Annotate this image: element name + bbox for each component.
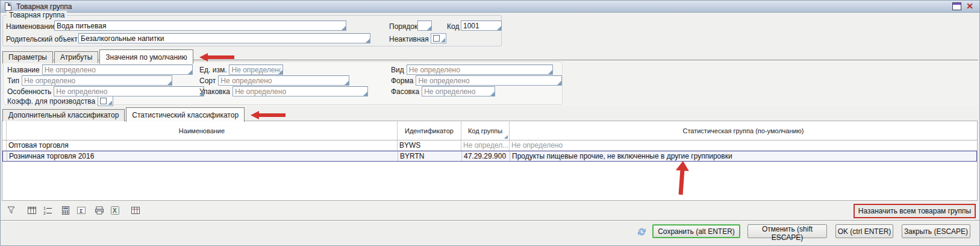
default-field-kind-cell: Вид — [391, 65, 553, 75]
order-label: Порядок — [389, 22, 417, 31]
default-form-field[interactable] — [416, 75, 562, 86]
default-field-sort-cell: Сорт — [199, 75, 349, 86]
filter-icon[interactable] — [5, 204, 17, 216]
coeff-field[interactable] — [98, 96, 113, 106]
ok-button[interactable]: OK (ctrl ENTER) — [835, 224, 893, 238]
classifier-tabstrip: Дополнительный классификатор Статистичес… — [2, 107, 286, 121]
default-type-field[interactable] — [22, 75, 172, 86]
col-header-name[interactable]: Наименование — [7, 121, 398, 140]
cell-name: Розничная торговля 2016 — [7, 151, 398, 161]
default-feature-label: Особенность — [7, 87, 51, 96]
fieldset-legend: Товарная группа — [7, 11, 67, 19]
cancel-button[interactable]: Отменить (shift ESCAPE) — [747, 224, 827, 238]
default-unit-field[interactable] — [229, 65, 283, 75]
col-header-group-code[interactable]: Код группы — [461, 121, 510, 140]
tab-statistical-classifier[interactable]: Статистический классификатор — [126, 107, 245, 122]
corner-ear-icon — [108, 101, 112, 105]
default-kind-field[interactable] — [407, 65, 553, 75]
default-form-label: Форма — [391, 77, 413, 85]
tab-parameters[interactable]: Параметры — [2, 51, 53, 63]
window-title: Товарная группа — [16, 2, 72, 11]
name-field[interactable] — [54, 20, 346, 31]
col-header-identifier[interactable]: Идентификатор — [398, 121, 461, 140]
main-tabstrip: Параметры Атрибуты Значения по умолчанию — [2, 49, 234, 63]
table-toolbar: 12 Σ X Назаначить всем товарам группы — [2, 201, 978, 219]
sum-icon[interactable]: Σ — [75, 204, 87, 216]
svg-text:1: 1 — [43, 206, 46, 210]
titlebar: Товарная группа ✕ — [1, 1, 979, 13]
default-field-form-cell: Форма — [391, 75, 562, 86]
cell-group-code: 47.29.29.900 — [462, 151, 510, 161]
excel-export-icon[interactable]: X — [109, 204, 121, 216]
maximize-icon[interactable] — [952, 2, 961, 10]
default-field-feature-cell: Особенность — [7, 86, 204, 96]
svg-text:Σ: Σ — [80, 208, 83, 214]
annotation-arrow-tab2-icon — [251, 111, 286, 119]
corner-ear-icon — [441, 38, 445, 42]
default-type-label: Тип — [7, 77, 19, 85]
code-label: Код — [447, 22, 459, 31]
table-row-selected[interactable]: Розничная торговля 2016 BYRTN 47.29.29.9… — [2, 151, 977, 162]
document-icon — [5, 2, 11, 11]
toolbar-icons: 12 Σ X — [5, 204, 142, 216]
default-sort-label: Сорт — [199, 77, 216, 85]
parent-field[interactable] — [78, 33, 370, 43]
default-field-type-cell: Тип — [7, 75, 172, 86]
annotation-arrow-tab1-icon — [199, 53, 234, 62]
sort-corner-icon — [504, 135, 508, 139]
columns-icon[interactable] — [26, 204, 38, 216]
cell-stat-group: Не определено — [510, 140, 977, 150]
row-gutter — [3, 151, 7, 161]
default-packing-field[interactable] — [422, 86, 495, 96]
checkbox-box-icon — [433, 35, 440, 42]
col-header-stat-group[interactable]: Статистическая группа (по-умолчанию) — [510, 121, 977, 140]
cell-stat-group: Продукты пищевые прочие, не включенные в… — [510, 151, 976, 161]
footer-bar: Сохранить (alt ENTER) Отменить (shift ES… — [1, 220, 979, 246]
close-button[interactable]: Закрыть (ESCAPE) — [902, 224, 970, 238]
svg-text:2: 2 — [43, 211, 46, 215]
default-values-page: Название Ед. изм. Вид Тип Сорт Форма — [2, 60, 978, 107]
table-header-row: Наименование Идентификатор Код группы Ст… — [2, 121, 977, 140]
tab-default-values[interactable]: Значения по умолчанию — [99, 49, 193, 64]
tab-additional-classifier[interactable]: Дополнительный классификатор — [2, 109, 125, 121]
cell-identifier: BYRTN — [398, 151, 462, 161]
default-field-unit-cell: Ед. изм. — [199, 65, 283, 75]
default-name-field[interactable] — [42, 65, 193, 75]
annotation-arrow-row-icon — [673, 160, 690, 195]
inactive-label: Неактивная — [389, 35, 429, 43]
default-unit-label: Ед. изм. — [199, 66, 226, 74]
cell-group-code: Не определ... — [461, 140, 510, 150]
grid-settings-icon[interactable] — [130, 204, 142, 216]
default-feature-field[interactable] — [54, 86, 204, 96]
inactive-checkbox[interactable] — [431, 33, 446, 43]
refresh-icon — [637, 227, 646, 236]
row-gutter — [2, 140, 7, 150]
parent-field-wrap — [78, 33, 370, 43]
default-name-label: Название — [7, 66, 40, 74]
classifier-table: Наименование Идентификатор Код группы Ст… — [2, 121, 978, 201]
close-icon[interactable]: ✕ — [966, 2, 973, 10]
print-icon[interactable] — [93, 204, 105, 216]
coeff-cell: Коэфф. для производства — [7, 96, 113, 106]
default-packaging-field[interactable] — [233, 86, 368, 96]
cell-name: Оптовая торговля — [7, 140, 398, 150]
default-field-packing-cell: Фасовка — [391, 86, 495, 96]
code-field[interactable] — [461, 20, 502, 31]
svg-text:X: X — [113, 207, 117, 214]
refresh-button[interactable] — [635, 225, 648, 238]
save-button[interactable]: Сохранить (alt ENTER) — [652, 224, 740, 238]
table-row[interactable]: Оптовая торговля BYWS Не определ... Не о… — [2, 140, 977, 151]
parent-label: Родительский объект — [6, 35, 78, 43]
calculator-icon[interactable] — [60, 204, 72, 216]
default-sort-field[interactable] — [218, 75, 349, 86]
assign-to-all-goods-button[interactable]: Назаначить всем товарам группы — [854, 204, 976, 218]
order-field[interactable] — [417, 20, 432, 31]
code-field-wrap — [461, 20, 502, 31]
checkbox-box-icon — [100, 98, 107, 104]
numbered-list-icon[interactable]: 12 — [42, 204, 54, 216]
name-field-wrap — [54, 20, 346, 31]
tab-attributes[interactable]: Атрибуты — [54, 51, 98, 63]
default-field-packaging-cell: Упаковка — [199, 86, 368, 96]
default-kind-label: Вид — [391, 66, 404, 74]
name-label: Наименование — [6, 22, 56, 31]
